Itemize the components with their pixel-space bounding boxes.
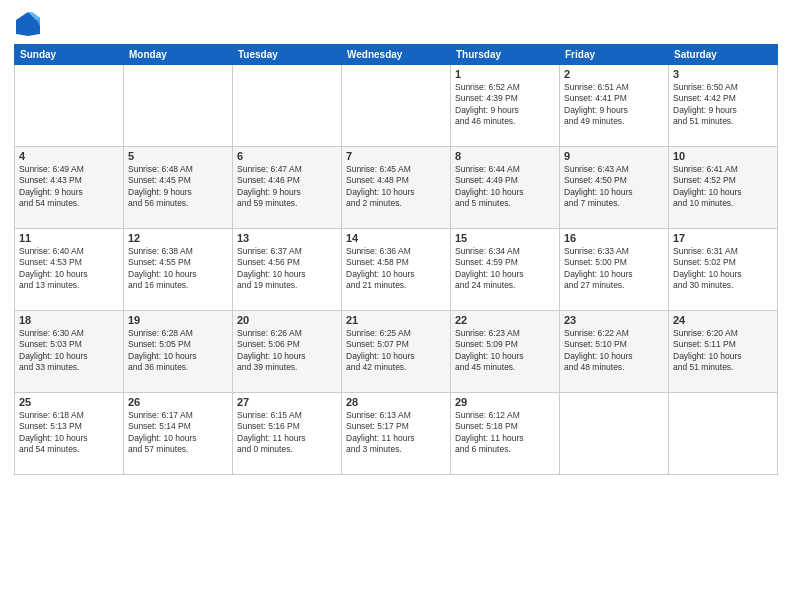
calendar-cell	[15, 65, 124, 147]
day-info: Sunrise: 6:17 AM Sunset: 5:14 PM Dayligh…	[128, 410, 228, 456]
day-info: Sunrise: 6:28 AM Sunset: 5:05 PM Dayligh…	[128, 328, 228, 374]
day-number: 14	[346, 232, 446, 244]
day-number: 24	[673, 314, 773, 326]
day-info: Sunrise: 6:41 AM Sunset: 4:52 PM Dayligh…	[673, 164, 773, 210]
day-number: 4	[19, 150, 119, 162]
day-number: 9	[564, 150, 664, 162]
day-info: Sunrise: 6:34 AM Sunset: 4:59 PM Dayligh…	[455, 246, 555, 292]
day-number: 5	[128, 150, 228, 162]
calendar-cell	[342, 65, 451, 147]
day-info: Sunrise: 6:48 AM Sunset: 4:45 PM Dayligh…	[128, 164, 228, 210]
day-info: Sunrise: 6:23 AM Sunset: 5:09 PM Dayligh…	[455, 328, 555, 374]
calendar-week-row-2: 11Sunrise: 6:40 AM Sunset: 4:53 PM Dayli…	[15, 229, 778, 311]
day-info: Sunrise: 6:12 AM Sunset: 5:18 PM Dayligh…	[455, 410, 555, 456]
calendar-cell: 11Sunrise: 6:40 AM Sunset: 4:53 PM Dayli…	[15, 229, 124, 311]
day-number: 7	[346, 150, 446, 162]
day-number: 18	[19, 314, 119, 326]
calendar-cell: 5Sunrise: 6:48 AM Sunset: 4:45 PM Daylig…	[124, 147, 233, 229]
day-info: Sunrise: 6:37 AM Sunset: 4:56 PM Dayligh…	[237, 246, 337, 292]
day-number: 22	[455, 314, 555, 326]
day-number: 10	[673, 150, 773, 162]
calendar-cell: 8Sunrise: 6:44 AM Sunset: 4:49 PM Daylig…	[451, 147, 560, 229]
header	[14, 10, 778, 38]
calendar-cell: 25Sunrise: 6:18 AM Sunset: 5:13 PM Dayli…	[15, 393, 124, 475]
calendar-cell: 14Sunrise: 6:36 AM Sunset: 4:58 PM Dayli…	[342, 229, 451, 311]
calendar-cell	[560, 393, 669, 475]
day-number: 11	[19, 232, 119, 244]
day-number: 19	[128, 314, 228, 326]
day-number: 27	[237, 396, 337, 408]
calendar-cell: 12Sunrise: 6:38 AM Sunset: 4:55 PM Dayli…	[124, 229, 233, 311]
calendar-cell: 18Sunrise: 6:30 AM Sunset: 5:03 PM Dayli…	[15, 311, 124, 393]
day-number: 6	[237, 150, 337, 162]
calendar-cell: 17Sunrise: 6:31 AM Sunset: 5:02 PM Dayli…	[669, 229, 778, 311]
day-info: Sunrise: 6:38 AM Sunset: 4:55 PM Dayligh…	[128, 246, 228, 292]
calendar-cell: 15Sunrise: 6:34 AM Sunset: 4:59 PM Dayli…	[451, 229, 560, 311]
day-info: Sunrise: 6:20 AM Sunset: 5:11 PM Dayligh…	[673, 328, 773, 374]
day-info: Sunrise: 6:30 AM Sunset: 5:03 PM Dayligh…	[19, 328, 119, 374]
calendar-cell: 7Sunrise: 6:45 AM Sunset: 4:48 PM Daylig…	[342, 147, 451, 229]
logo	[14, 10, 46, 38]
calendar-cell: 24Sunrise: 6:20 AM Sunset: 5:11 PM Dayli…	[669, 311, 778, 393]
calendar-header-monday: Monday	[124, 45, 233, 65]
calendar-cell: 26Sunrise: 6:17 AM Sunset: 5:14 PM Dayli…	[124, 393, 233, 475]
day-info: Sunrise: 6:47 AM Sunset: 4:46 PM Dayligh…	[237, 164, 337, 210]
day-info: Sunrise: 6:15 AM Sunset: 5:16 PM Dayligh…	[237, 410, 337, 456]
day-number: 13	[237, 232, 337, 244]
calendar-week-row-0: 1Sunrise: 6:52 AM Sunset: 4:39 PM Daylig…	[15, 65, 778, 147]
day-number: 20	[237, 314, 337, 326]
day-info: Sunrise: 6:40 AM Sunset: 4:53 PM Dayligh…	[19, 246, 119, 292]
day-info: Sunrise: 6:44 AM Sunset: 4:49 PM Dayligh…	[455, 164, 555, 210]
calendar-cell: 2Sunrise: 6:51 AM Sunset: 4:41 PM Daylig…	[560, 65, 669, 147]
logo-icon	[14, 10, 42, 38]
day-number: 17	[673, 232, 773, 244]
day-info: Sunrise: 6:33 AM Sunset: 5:00 PM Dayligh…	[564, 246, 664, 292]
day-info: Sunrise: 6:26 AM Sunset: 5:06 PM Dayligh…	[237, 328, 337, 374]
calendar-cell: 23Sunrise: 6:22 AM Sunset: 5:10 PM Dayli…	[560, 311, 669, 393]
calendar-header-friday: Friday	[560, 45, 669, 65]
calendar-cell: 22Sunrise: 6:23 AM Sunset: 5:09 PM Dayli…	[451, 311, 560, 393]
calendar-cell: 21Sunrise: 6:25 AM Sunset: 5:07 PM Dayli…	[342, 311, 451, 393]
day-number: 2	[564, 68, 664, 80]
day-number: 25	[19, 396, 119, 408]
calendar-week-row-1: 4Sunrise: 6:49 AM Sunset: 4:43 PM Daylig…	[15, 147, 778, 229]
calendar-cell: 19Sunrise: 6:28 AM Sunset: 5:05 PM Dayli…	[124, 311, 233, 393]
day-info: Sunrise: 6:18 AM Sunset: 5:13 PM Dayligh…	[19, 410, 119, 456]
day-number: 21	[346, 314, 446, 326]
calendar-cell: 29Sunrise: 6:12 AM Sunset: 5:18 PM Dayli…	[451, 393, 560, 475]
calendar-cell: 1Sunrise: 6:52 AM Sunset: 4:39 PM Daylig…	[451, 65, 560, 147]
calendar-cell: 6Sunrise: 6:47 AM Sunset: 4:46 PM Daylig…	[233, 147, 342, 229]
calendar-cell	[669, 393, 778, 475]
calendar-cell: 10Sunrise: 6:41 AM Sunset: 4:52 PM Dayli…	[669, 147, 778, 229]
calendar-header-saturday: Saturday	[669, 45, 778, 65]
day-info: Sunrise: 6:25 AM Sunset: 5:07 PM Dayligh…	[346, 328, 446, 374]
day-info: Sunrise: 6:22 AM Sunset: 5:10 PM Dayligh…	[564, 328, 664, 374]
day-number: 1	[455, 68, 555, 80]
calendar-cell: 27Sunrise: 6:15 AM Sunset: 5:16 PM Dayli…	[233, 393, 342, 475]
page: SundayMondayTuesdayWednesdayThursdayFrid…	[0, 0, 792, 612]
day-number: 16	[564, 232, 664, 244]
calendar-cell: 20Sunrise: 6:26 AM Sunset: 5:06 PM Dayli…	[233, 311, 342, 393]
calendar-header-thursday: Thursday	[451, 45, 560, 65]
calendar-cell: 4Sunrise: 6:49 AM Sunset: 4:43 PM Daylig…	[15, 147, 124, 229]
calendar-cell	[124, 65, 233, 147]
day-number: 3	[673, 68, 773, 80]
calendar-cell: 16Sunrise: 6:33 AM Sunset: 5:00 PM Dayli…	[560, 229, 669, 311]
day-info: Sunrise: 6:45 AM Sunset: 4:48 PM Dayligh…	[346, 164, 446, 210]
day-info: Sunrise: 6:51 AM Sunset: 4:41 PM Dayligh…	[564, 82, 664, 128]
day-info: Sunrise: 6:52 AM Sunset: 4:39 PM Dayligh…	[455, 82, 555, 128]
calendar-cell: 13Sunrise: 6:37 AM Sunset: 4:56 PM Dayli…	[233, 229, 342, 311]
day-info: Sunrise: 6:43 AM Sunset: 4:50 PM Dayligh…	[564, 164, 664, 210]
calendar-header-sunday: Sunday	[15, 45, 124, 65]
calendar-cell	[233, 65, 342, 147]
day-number: 12	[128, 232, 228, 244]
calendar-header-wednesday: Wednesday	[342, 45, 451, 65]
calendar-week-row-4: 25Sunrise: 6:18 AM Sunset: 5:13 PM Dayli…	[15, 393, 778, 475]
calendar-cell: 3Sunrise: 6:50 AM Sunset: 4:42 PM Daylig…	[669, 65, 778, 147]
calendar-header-row: SundayMondayTuesdayWednesdayThursdayFrid…	[15, 45, 778, 65]
calendar-cell: 28Sunrise: 6:13 AM Sunset: 5:17 PM Dayli…	[342, 393, 451, 475]
day-info: Sunrise: 6:31 AM Sunset: 5:02 PM Dayligh…	[673, 246, 773, 292]
day-info: Sunrise: 6:13 AM Sunset: 5:17 PM Dayligh…	[346, 410, 446, 456]
day-number: 28	[346, 396, 446, 408]
day-number: 29	[455, 396, 555, 408]
